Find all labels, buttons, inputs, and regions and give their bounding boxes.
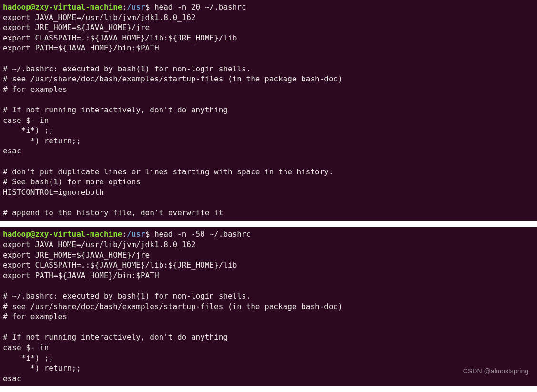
output-line: esac <box>3 374 21 383</box>
output-line: esac <box>3 146 21 155</box>
output-line: # If not running interactively, don't do… <box>3 332 228 342</box>
output-line: export PATH=${JAVA_HOME}/bin:$PATH <box>3 43 159 52</box>
output-line: # see /usr/share/doc/bash/examples/start… <box>3 302 343 311</box>
command-1: head -n 20 ~/.bashrc <box>154 2 246 11</box>
output-line: # append to the history file, don't over… <box>3 208 223 217</box>
prompt-at: @ <box>30 2 35 11</box>
output-line: # for examples <box>3 312 67 321</box>
output-line: # ~/.bashrc: executed by bash(1) for non… <box>3 291 251 301</box>
output-line: *i*) ;; <box>3 126 53 135</box>
prompt-user: hadoop <box>3 2 30 11</box>
output-line: export JRE_HOME=${JAVA_HOME}/jre <box>3 23 150 32</box>
output-line: # see /usr/share/doc/bash/examples/start… <box>3 74 343 83</box>
prompt-path: /usr <box>127 2 145 11</box>
output-line: export JAVA_HOME=/usr/lib/jvm/jdk1.8.0_1… <box>3 13 196 22</box>
output-line: export JAVA_HOME=/usr/lib/jvm/jdk1.8.0_1… <box>3 240 196 249</box>
prompt-colon: : <box>122 2 127 11</box>
output-line: # for examples <box>3 85 67 94</box>
output-line: *) return;; <box>3 363 81 372</box>
prompt-dollar: $ <box>145 230 150 239</box>
output-line: export CLASSPATH=.:${JAVA_HOME}/lib:${JR… <box>3 33 237 42</box>
prompt-path: /usr <box>127 230 145 239</box>
output-line: case $- in <box>3 116 49 125</box>
terminal-1[interactable]: hadoop@zxy-virtual-machine:/usr$ head -n… <box>0 0 537 221</box>
output-line: # don't put duplicate lines or lines sta… <box>3 167 334 176</box>
output-line: export CLASSPATH=.:${JAVA_HOME}/lib:${JR… <box>3 261 237 270</box>
output-line: # If not running interactively, don't do… <box>3 105 228 114</box>
output-line: # ~/.bashrc: executed by bash(1) for non… <box>3 64 251 73</box>
prompt-at: @ <box>30 230 35 239</box>
prompt-host: zxy-virtual-machine <box>35 230 122 239</box>
prompt-colon: : <box>122 230 127 239</box>
output-line: HISTCONTROL=ignoreboth <box>3 188 104 197</box>
command-2: head -n -50 ~/.bashrc <box>154 230 251 239</box>
output-line: *) return;; <box>3 136 81 145</box>
output-line: export JRE_HOME=${JAVA_HOME}/jre <box>3 251 150 260</box>
terminal-2[interactable]: hadoop@zxy-virtual-machine:/usr$ head -n… <box>0 227 537 386</box>
output-line: *i*) ;; <box>3 353 53 362</box>
prompt-host: zxy-virtual-machine <box>35 2 122 11</box>
prompt-dollar: $ <box>145 2 150 11</box>
output-line: # See bash(1) for more options <box>3 177 141 186</box>
output-line: case $- in <box>3 343 49 352</box>
prompt-user: hadoop <box>3 230 30 239</box>
output-line: export PATH=${JAVA_HOME}/bin:$PATH <box>3 271 159 280</box>
